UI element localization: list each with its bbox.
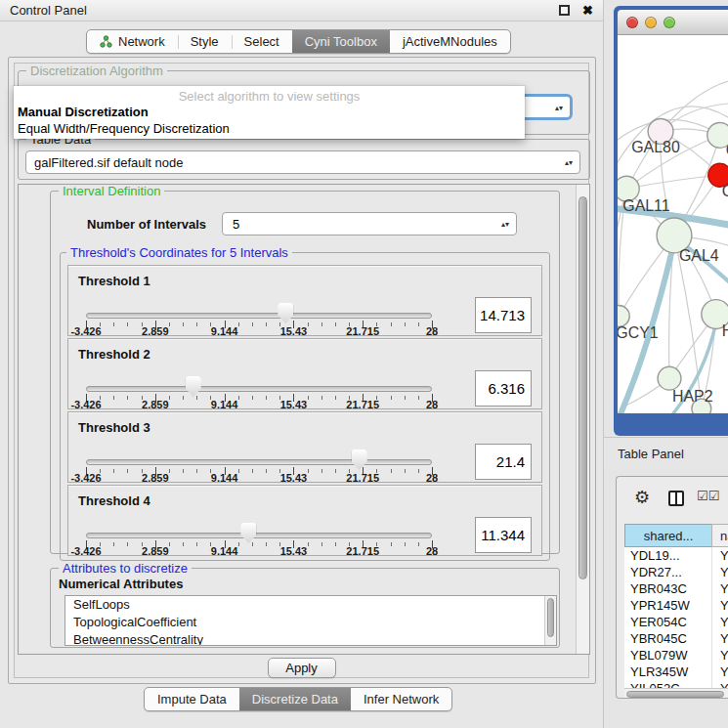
slider-tick-labels: -3.4262.8599.14415.4321.71528 (86, 545, 432, 557)
apply-button[interactable]: Apply (268, 658, 336, 678)
threshold-panel-threshold-4: Threshold 4-3.4262.8599.14415.4321.71528… (67, 485, 542, 556)
tab-impute-data[interactable]: Impute Data (145, 688, 239, 710)
table-panel-titlebar: Table Panel (604, 437, 728, 470)
threshold-value-field[interactable]: 6.316 (475, 370, 532, 407)
zoom-traffic-light-icon[interactable] (664, 17, 675, 28)
algorithm-option-equal-width-frequency-discretization[interactable]: Equal Width/Frequency Discretization (18, 121, 230, 136)
float-window-icon[interactable] (559, 5, 570, 16)
cell-shared-name: YLR345W (624, 664, 711, 680)
numerical-attributes-label: Numerical Attributes (59, 577, 183, 591)
network-node-hap2[interactable] (658, 366, 681, 390)
table-row[interactable]: YBL079WYBL079W (624, 647, 728, 664)
network-icon (100, 35, 112, 48)
cell-shared-name: YDL19... (624, 547, 711, 564)
tab-label: Discretize Data (252, 692, 338, 707)
table-data-value: galFiltered.sif default node (34, 155, 183, 170)
table-row[interactable]: YER054CYER054C (624, 614, 728, 630)
threshold-title: Threshold 2 (78, 347, 150, 362)
settings-scrollbar[interactable] (576, 185, 589, 654)
panel-title: Control Panel (10, 3, 559, 18)
tab-select[interactable]: Select (232, 30, 292, 53)
table-hscrollbar-thumb[interactable] (626, 691, 724, 698)
slider-track[interactable] (86, 533, 432, 538)
table-data-combobox[interactable]: galFiltered.sif default node ▴▾ (25, 150, 580, 174)
attribute-item-betweennesscentrality[interactable]: BetweennessCentrality (65, 631, 556, 646)
control-panel: Control Panel ✖ NetworkStyleSelectCyni T… (0, 0, 604, 728)
discretize-tab-content: Discretization Algorithm ▴▾ Select algor… (14, 63, 589, 678)
table-hscrollbar[interactable] (624, 688, 728, 699)
table-rows: YDL19...YDL19...YDR27...YDR27...YBR043CY… (624, 547, 728, 688)
table-row[interactable]: YBR043CYBR043C (624, 580, 728, 597)
threshold-title: Threshold 1 (78, 274, 150, 288)
thresholds-legend: Threshold's Coordinates for 5 Intervals (66, 245, 292, 260)
tab-network[interactable]: Network (87, 30, 178, 53)
cell-shared-name: YBL079W (624, 647, 711, 664)
tab-infer-network[interactable]: Infer Network (351, 688, 451, 710)
threshold-value-field[interactable]: 11.344 (475, 517, 532, 553)
number-of-intervals-label: Number of Intervals (87, 217, 206, 232)
tab-style[interactable]: Style (178, 30, 232, 53)
stepper-icon: ▴▾ (555, 105, 563, 109)
cell-shared-name: YBR043C (624, 580, 711, 597)
table-row[interactable]: YDR27...YDR27... (624, 564, 728, 580)
tab-jactivemnodules[interactable]: jActiveMNodules (390, 30, 510, 53)
network-node-label: GAL11 (622, 197, 669, 214)
settings-scrollbar-thumb[interactable] (578, 196, 587, 579)
columns-icon[interactable] (668, 491, 684, 506)
number-of-intervals-combobox[interactable]: 5 ▴▾ (222, 212, 517, 236)
column-header-name[interactable]: name (711, 524, 728, 547)
discretization-algorithm-legend: Discretization Algorithm (26, 64, 167, 78)
threshold-value-field[interactable]: 14.713 (475, 297, 532, 333)
network-node-label: GAL80 (631, 139, 680, 155)
table-row[interactable]: YPR145WYPR145W (624, 597, 728, 614)
network-edge[interactable] (626, 175, 720, 189)
checkbox-icons[interactable]: ☑☑ (697, 489, 719, 503)
cyni-toolbox-panel: Discretization Algorithm ▴▾ Select algor… (8, 57, 596, 684)
close-traffic-light-icon[interactable] (626, 17, 638, 28)
table-row[interactable]: YLR345WYLR345W (624, 664, 728, 680)
threshold-panel-threshold-3: Threshold 3-3.4262.8599.14415.4321.71528… (67, 411, 542, 483)
tab-cyni-toolbox[interactable]: Cyni Toolbox (292, 30, 390, 53)
list-scrollbar-thumb[interactable] (547, 598, 554, 637)
network-node-gcy1[interactable] (618, 306, 629, 327)
network-window: GAL80GCGAL11GAL4GCY1HHAP2 (614, 6, 728, 436)
number-of-intervals-value: 5 (233, 217, 239, 232)
network-canvas[interactable]: GAL80GCGAL11GAL4GCY1HHAP2 (618, 35, 728, 413)
network-node-label: GAL4 (679, 247, 719, 264)
threshold-value-field[interactable]: 21.4 (475, 444, 532, 480)
attribute-item-selfloops[interactable]: SelfLoops (65, 596, 556, 614)
slider-track[interactable] (86, 459, 432, 465)
gear-icon[interactable]: ⚙ (634, 487, 650, 508)
interval-definition-legend: Interval Definition (59, 184, 164, 198)
minimize-traffic-light-icon[interactable] (645, 17, 657, 28)
tab-separator (232, 35, 233, 49)
attributes-group: Attributes to discretize Numerical Attri… (50, 568, 560, 648)
table-row[interactable]: YIL052CYIL052C (624, 680, 728, 688)
column-header-shared[interactable]: shared... (624, 524, 712, 547)
threshold-title: Threshold 3 (78, 420, 150, 435)
list-scrollbar[interactable] (544, 596, 556, 645)
network-node-label: H (722, 322, 728, 339)
cell-name: YBR043C (711, 580, 728, 597)
cell-name: YIL052C (711, 680, 728, 688)
cell-shared-name: YBR045C (624, 630, 711, 647)
close-icon[interactable]: ✖ (582, 5, 593, 16)
network-view[interactable]: GAL80GCGAL11GAL4GCY1HHAP2 (618, 35, 728, 413)
slider-track[interactable] (86, 386, 432, 392)
tab-label: Network (118, 34, 165, 49)
slider-track[interactable] (86, 313, 432, 319)
slider-tick-labels: -3.4262.8599.14415.4321.71528 (86, 399, 432, 410)
control-panel-titlebar: Control Panel ✖ (0, 0, 603, 21)
threshold-title: Threshold 4 (78, 493, 150, 508)
tab-discretize-data[interactable]: Discretize Data (239, 688, 351, 710)
tab-label: Impute Data (157, 692, 227, 707)
algorithm-option-manual-discretization[interactable]: Manual Discretization (18, 105, 149, 119)
attribute-item-topologicalcoefficient[interactable]: TopologicalCoefficient (65, 614, 556, 631)
cell-name: YPR145W (711, 597, 728, 614)
threshold-panel-threshold-2: Threshold 2-3.4262.8599.14415.4321.71528… (67, 338, 542, 409)
screen: Control Panel ✖ NetworkStyleSelectCyni T… (0, 0, 728, 728)
cell-name: YLR345W (711, 664, 728, 680)
table-row[interactable]: YDL19...YDL19... (624, 547, 728, 564)
table-row[interactable]: YBR045CYBR045C (624, 630, 728, 647)
cell-shared-name: YDR27... (624, 564, 711, 580)
